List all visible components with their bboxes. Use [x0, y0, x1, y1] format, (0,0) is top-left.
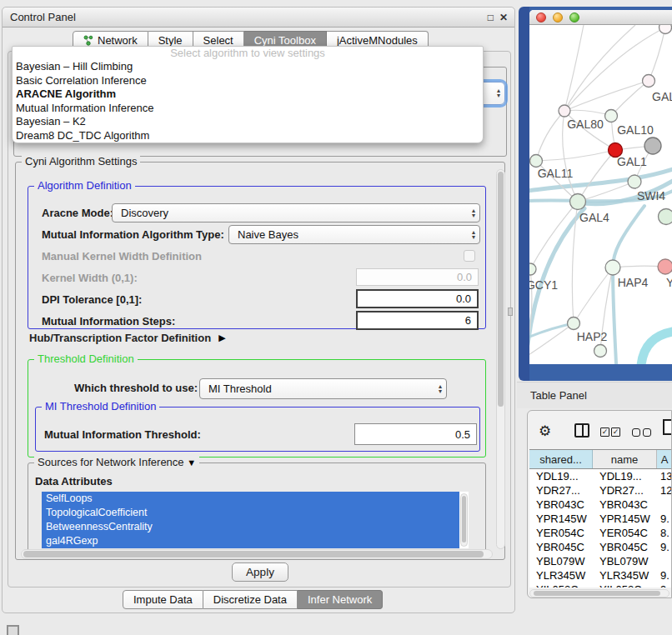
scrollbar-thumb[interactable] [498, 172, 504, 407]
network-node-gcy1[interactable] [529, 263, 536, 275]
float-window-icon[interactable]: □ [488, 12, 494, 23]
table-row[interactable]: YDR27...YDR27...12 [529, 483, 672, 498]
column-header-name[interactable]: name [593, 450, 657, 468]
hub-definition-expander[interactable]: Hub/Transcription Factor Definition ▶ [29, 332, 226, 344]
algorithm-option-bayesian-hill-climbing[interactable]: Bayesian – Hill Climbing [13, 60, 483, 74]
table-cell[interactable]: YBL079W [529, 554, 593, 568]
network-node-y[interactable] [658, 259, 672, 274]
algorithm-option-mutual-information-inference[interactable]: Mutual Information Inference [13, 102, 483, 116]
table-cell[interactable]: YBL079W [593, 554, 657, 568]
attribute-item-gal4rgexp[interactable]: gal4RGexp [42, 534, 459, 548]
algorithm-option-aracne-algorithm[interactable]: ARACNE Algorithm [13, 88, 483, 102]
clear-selection-icon[interactable] [643, 428, 651, 437]
table-cell[interactable]: YBR043C [593, 498, 657, 512]
table-cell[interactable]: 9. [657, 540, 672, 554]
settings-vertical-scrollbar[interactable] [496, 169, 505, 549]
table-cell[interactable]: YBR045C [593, 540, 657, 554]
table-cell[interactable]: 12 [657, 483, 672, 498]
kernel-width-field[interactable]: 0.0 [356, 268, 479, 286]
network-node[interactable] [659, 209, 672, 225]
network-node[interactable] [659, 25, 672, 34]
column-header-shared-[interactable]: shared... [529, 450, 593, 468]
table-cell[interactable]: YER054C [593, 526, 657, 540]
table-cell[interactable]: YBR043C [529, 498, 593, 512]
select-all-icon[interactable]: ✓ [600, 428, 609, 437]
network-window-titlebar[interactable] [529, 10, 672, 25]
table-cell[interactable] [657, 498, 672, 512]
network-node-gal80[interactable] [559, 105, 570, 117]
table-cell[interactable]: YDR27... [593, 483, 657, 498]
table-row[interactable]: YPR145WYPR145W9. [529, 512, 672, 526]
table-row[interactable]: YBR043CYBR043C [529, 498, 672, 512]
aracne-mode-combobox[interactable]: Discovery ▴ ▾ [112, 203, 480, 222]
table-cell[interactable]: YIL052C [593, 582, 657, 588]
attributes-scrollbar[interactable] [460, 493, 468, 547]
table-cell[interactable]: YPR145W [593, 512, 657, 526]
network-node-gal4[interactable] [570, 194, 586, 210]
table-cell[interactable]: YLR345W [593, 568, 657, 582]
table-cell[interactable]: YER054C [529, 526, 593, 540]
table-cell[interactable]: YBR045C [529, 540, 593, 554]
algorithm-option-basic-correlation-inference[interactable]: Basic Correlation Inference [13, 74, 483, 88]
scrollbar-thumb[interactable] [534, 591, 660, 596]
table-row[interactable]: YDL19...YDL19...13 [529, 469, 672, 483]
column-header-a[interactable]: A [657, 450, 672, 468]
algorithm-option-bayesian-k2[interactable]: Bayesian – K2 [13, 115, 483, 129]
network-canvas[interactable]: GALGAL80GAL10GAL1GAL11SWI4GAL4GCY1HAP4YH… [529, 25, 672, 364]
scrollbar-thumb[interactable] [23, 551, 484, 558]
clear-selection-icon[interactable] [632, 428, 640, 437]
zoom-traffic-light-icon[interactable] [569, 12, 579, 22]
mi-threshold-field[interactable]: 0.5 [354, 423, 477, 445]
network-node-gal10[interactable] [605, 110, 618, 122]
algorithm-option-dream8-dc-tdc-algorithm[interactable]: Dream8 DC_TDC Algorithm [13, 129, 483, 143]
attribute-item-topologicalcoefficient[interactable]: TopologicalCoefficient [42, 506, 459, 520]
table-row[interactable]: YIL052CYIL052C9. [529, 582, 672, 588]
select-all-icon[interactable]: ✓ [611, 428, 620, 437]
table-horizontal-scrollbar[interactable] [529, 589, 669, 598]
close-traffic-light-icon[interactable] [536, 12, 546, 22]
network-node-hap2[interactable] [568, 318, 580, 330]
table-cell[interactable]: 9. [657, 582, 672, 588]
network-node-hap4[interactable] [605, 260, 620, 275]
scrollbar-thumb[interactable] [462, 496, 466, 542]
attribute-item-selfloops[interactable]: SelfLoops [42, 492, 459, 506]
network-node[interactable] [594, 345, 607, 358]
bottom-tab-impute-data[interactable]: Impute Data [123, 590, 203, 609]
table-cell[interactable]: YDL19... [593, 469, 657, 483]
table-cell[interactable]: 13 [657, 469, 672, 483]
bottom-tab-discretize-data[interactable]: Discretize Data [203, 590, 298, 609]
panel-resize-handle[interactable] [508, 308, 513, 316]
minimize-traffic-light-icon[interactable] [553, 12, 563, 22]
table-cell[interactable]: YDR27... [529, 483, 593, 498]
mi-steps-field[interactable]: 6 [356, 311, 479, 330]
dpi-tolerance-field[interactable]: 0.0 [356, 289, 479, 308]
gear-icon[interactable]: ⚙ [539, 422, 551, 440]
data-attributes-list[interactable]: SelfLoopsTopologicalCoefficientBetweenne… [42, 492, 469, 548]
table-cell[interactable]: YDL19... [529, 469, 593, 483]
table-row[interactable]: YER054CYER054C8. [529, 526, 672, 540]
table-cell[interactable] [657, 554, 672, 568]
sources-group-title[interactable]: Sources for Network Inference ▼ [34, 456, 199, 468]
columns-icon[interactable] [574, 423, 589, 438]
network-node[interactable] [644, 138, 661, 154]
settings-horizontal-scrollbar[interactable] [21, 549, 493, 559]
collapsed-panel-icon[interactable] [7, 625, 19, 635]
table-cell[interactable]: 8. [657, 526, 672, 540]
table-cell[interactable]: YPR145W [529, 512, 593, 526]
apply-button[interactable]: Apply [232, 562, 288, 582]
close-icon[interactable]: ✕ [499, 12, 508, 23]
table-row[interactable]: YBL079WYBL079W [529, 554, 672, 568]
table-row[interactable]: YBR045CYBR045C9. [529, 540, 672, 554]
new-table-icon[interactable] [663, 419, 672, 435]
table-cell[interactable]: 9. [657, 512, 672, 526]
network-node-gal11[interactable] [530, 155, 543, 168]
table-cell[interactable]: YLR345W [529, 568, 593, 582]
attribute-item-betweennesscentrality[interactable]: BetweennessCentrality [42, 520, 459, 534]
bottom-tab-infer-network[interactable]: Infer Network [298, 590, 383, 609]
mi-algorithm-type-combobox[interactable]: Naive Bayes ▴ ▾ [228, 225, 480, 244]
network-node-swi4[interactable] [628, 175, 641, 188]
table-cell[interactable]: YIL052C [529, 582, 593, 588]
table-row[interactable]: YLR345WYLR345W9. [529, 568, 672, 582]
table-cell[interactable]: 9. [657, 568, 672, 582]
network-node-gal[interactable] [643, 75, 655, 88]
